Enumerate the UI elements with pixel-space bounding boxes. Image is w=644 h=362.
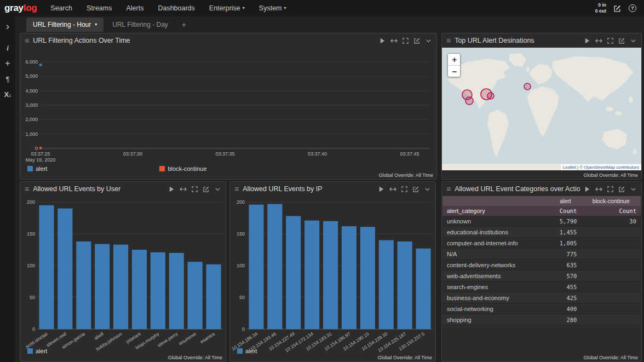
cell-count: 455: [549, 281, 581, 292]
tab-url-filtering-hour[interactable]: URL Filtering - Hour ▾: [26, 18, 104, 32]
play-icon[interactable]: [379, 37, 386, 44]
map-attribution[interactable]: Leaflet | © OpenStreetMap contributors: [561, 164, 641, 170]
play-icon[interactable]: [168, 186, 175, 193]
map-circle-marker[interactable]: [465, 97, 473, 105]
cell-count: [581, 303, 641, 314]
nav-item-enterprise[interactable]: Enterprise▾: [202, 0, 252, 16]
chevron-down-icon[interactable]: [425, 37, 432, 44]
arrows-h-icon[interactable]: [595, 37, 602, 44]
expand-icon[interactable]: [191, 186, 198, 193]
expand-sidebar-button[interactable]: ›: [0, 19, 15, 34]
cell-category: shopping: [442, 314, 549, 325]
dashboard-page: URL Filtering - Hour ▾ URL Filtering - D…: [15, 16, 644, 362]
svg-text:1,000: 1,000: [25, 131, 38, 137]
add-tab-button[interactable]: +: [177, 17, 191, 32]
arrows-h-icon[interactable]: [595, 186, 602, 193]
graylog-logo[interactable]: graylog: [0, 3, 43, 14]
tab-url-filtering-day[interactable]: URL Filtering - Day: [106, 18, 175, 32]
table-row: business-and-economy425: [442, 292, 641, 303]
drag-handle-icon[interactable]: ≡: [25, 185, 29, 193]
table-row: computer-and-internet-info1,005: [442, 238, 641, 249]
edit-icon[interactable]: [613, 4, 622, 13]
edit-icon[interactable]: [618, 37, 625, 44]
svg-text:03:37:30: 03:37:30: [123, 151, 142, 157]
widget-url-filtering-actions-over-time: ≡ URL Filtering Actions Over Time 01,000…: [20, 33, 437, 180]
drag-handle-icon[interactable]: ≡: [446, 36, 451, 45]
caret-down-icon: ▾: [284, 6, 286, 10]
cell-count: [581, 249, 641, 260]
formatting-icon[interactable]: ¶: [0, 71, 15, 87]
legend-item-alert[interactable]: alert: [27, 165, 47, 172]
svg-text:2,000: 2,000: [25, 117, 38, 122]
edit-icon[interactable]: [203, 186, 210, 193]
add-widget-icon[interactable]: +: [0, 56, 15, 71]
zoom-in-button[interactable]: +: [448, 54, 461, 65]
cell-count: 280: [549, 314, 581, 325]
legend-item-alert[interactable]: alert: [27, 348, 47, 354]
help-icon[interactable]: ?: [629, 4, 636, 12]
drag-handle-icon[interactable]: ≡: [446, 185, 451, 193]
widget-header: ≡ Top URL Alert Desinations: [442, 33, 641, 48]
arrows-h-icon[interactable]: [389, 186, 396, 193]
leaflet-map[interactable]: + − Leaflet | © OpenStreetMap contributo…: [442, 48, 641, 170]
arrows-h-icon[interactable]: [390, 37, 398, 44]
cell-count: 30: [581, 216, 641, 227]
expand-icon[interactable]: [607, 186, 614, 193]
svg-text:abell: abell: [93, 331, 105, 341]
svg-text:esantos: esantos: [199, 331, 216, 344]
nav-item-system[interactable]: System▾: [252, 0, 294, 16]
svg-text:03:37:25: 03:37:25: [31, 151, 50, 157]
table-row: shopping280: [442, 314, 641, 325]
drag-handle-icon[interactable]: ≡: [25, 36, 29, 45]
widget-allowed-url-event-categories: ≡ Allowed URL Event Categories over Acti…: [441, 181, 642, 362]
expand-icon[interactable]: [402, 37, 409, 44]
chevron-down-icon[interactable]: [630, 37, 637, 44]
chevron-down-icon[interactable]: [424, 186, 431, 193]
edit-icon[interactable]: [413, 37, 421, 44]
nav-item-dashboards[interactable]: Dashboards: [151, 0, 202, 16]
fields-sub: 1: [9, 93, 11, 98]
legend-item-block-continue[interactable]: block-continue: [159, 165, 206, 172]
play-icon[interactable]: [584, 37, 591, 44]
zoom-out-button[interactable]: −: [448, 65, 461, 77]
cell-category: web-advertisements: [442, 271, 549, 281]
group-header-alert: alert: [549, 196, 581, 206]
map-circle-marker[interactable]: [487, 93, 494, 99]
svg-text:3,000: 3,000: [25, 102, 38, 108]
play-icon[interactable]: [378, 186, 385, 193]
navbar-right: 0 in 0 out ?: [595, 2, 644, 14]
nav-item-search[interactable]: Search: [43, 0, 79, 16]
fields-icon[interactable]: X1: [0, 87, 15, 102]
table-group-header-row: alert block-continue: [442, 196, 641, 206]
widget-title: URL Filtering Actions Over Time: [33, 37, 130, 44]
nav-item-streams[interactable]: Streams: [79, 0, 119, 16]
play-icon[interactable]: [584, 186, 591, 193]
widget-title: Allowed URL Events by IP: [243, 185, 322, 193]
chevron-down-icon[interactable]: [630, 186, 637, 193]
legend-swatch: [237, 348, 243, 354]
chevron-down-icon[interactable]: [214, 186, 221, 193]
svg-text:0: 0: [242, 326, 245, 332]
map-circle-marker[interactable]: [524, 83, 531, 90]
drag-handle-icon[interactable]: ≡: [234, 185, 239, 193]
nav-item-alerts[interactable]: Alerts: [119, 0, 151, 16]
widget-actions: [168, 186, 221, 193]
arrows-h-icon[interactable]: [180, 186, 187, 193]
caret-down-icon: ▾: [95, 22, 97, 27]
svg-text:0: 0: [32, 326, 35, 332]
cell-category: N/A: [442, 249, 549, 260]
edit-icon[interactable]: [412, 186, 419, 193]
widget-top-url-alert-destinations: ≡ Top URL Alert Desinations: [441, 33, 642, 180]
throughput-indicator[interactable]: 0 in 0 out: [595, 2, 606, 14]
global-override-label: Global Override: All Time: [583, 173, 638, 178]
logo-text-log: log: [24, 3, 37, 13]
info-icon[interactable]: i: [0, 41, 15, 56]
expand-icon[interactable]: [401, 186, 408, 193]
caret-down-icon: ▾: [243, 6, 245, 10]
cell-count: [581, 227, 641, 238]
global-override-label: Global Override: All Time: [168, 355, 222, 360]
edit-icon[interactable]: [618, 186, 625, 193]
legend-item-alert[interactable]: alert: [237, 348, 257, 354]
cell-count: 5,790: [549, 216, 581, 227]
expand-icon[interactable]: [607, 37, 614, 44]
